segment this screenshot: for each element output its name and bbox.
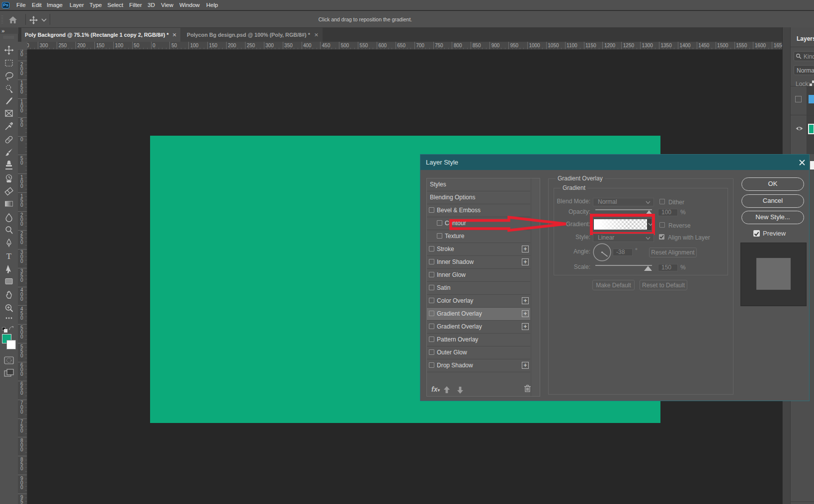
svg-text:T: T [6, 252, 12, 261]
